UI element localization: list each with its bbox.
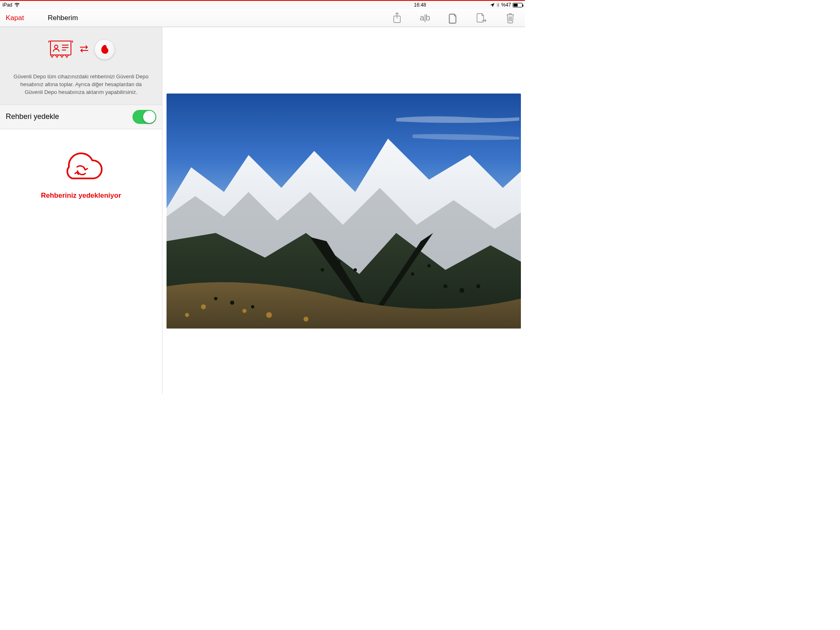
cloud-sync-icon [57,151,106,186]
svg-point-10 [427,264,431,267]
close-button[interactable]: Kapat [6,14,24,22]
svg-point-17 [266,312,272,318]
battery-text: %47 [501,2,511,8]
export-button[interactable] [476,12,487,24]
status-bar: iPad 16:48 %47 [0,1,525,9]
svg-point-12 [395,281,398,284]
svg-point-4 [214,297,217,300]
backup-status-text: Rehberiniz yedekleniyor [8,192,154,200]
delete-button[interactable] [504,12,516,24]
svg-point-2 [55,45,58,48]
backup-toggle[interactable] [132,110,156,124]
svg-point-13 [354,268,357,272]
location-icon [490,3,495,7]
svg-point-11 [411,272,414,276]
bluetooth-icon [496,2,500,8]
navigation-bar: Kapat Rehberim a|b [0,9,525,27]
sidebar: Güvenli Depo tüm cihazınızdaki rehberini… [0,27,162,394]
svg-point-18 [304,317,308,322]
copy-button[interactable] [447,12,459,24]
sync-arrows-icon [79,45,89,55]
photo-preview[interactable] [167,94,521,329]
svg-point-14 [337,260,340,263]
svg-point-7 [443,284,447,288]
svg-point-6 [251,305,254,308]
backup-toggle-label: Rehberi yedekle [6,112,59,121]
device-label: iPad [2,2,12,8]
svg-point-9 [476,284,480,288]
sort-button[interactable]: a|b [420,13,430,23]
svg-point-19 [185,313,189,317]
svg-point-20 [242,309,247,313]
backup-status: Rehberiniz yedekleniyor [0,129,162,222]
battery-icon [513,3,523,7]
vodafone-logo-icon [95,40,114,59]
svg-point-16 [201,304,206,309]
page-title: Rehberim [48,14,78,22]
svg-point-5 [230,301,234,305]
contact-card-icon [48,39,73,61]
main-content [162,27,525,394]
clock: 16:48 [414,2,426,8]
wifi-icon [14,3,20,7]
info-card: Güvenli Depo tüm cihazınızdaki rehberini… [0,27,162,105]
svg-point-15 [321,268,324,272]
backup-toggle-row: Rehberi yedekle [0,105,162,129]
sync-illustration [10,39,152,61]
info-text: Güvenli Depo tüm cihazınızdaki rehberini… [10,73,152,96]
share-button[interactable] [391,12,403,24]
svg-point-8 [459,288,464,293]
